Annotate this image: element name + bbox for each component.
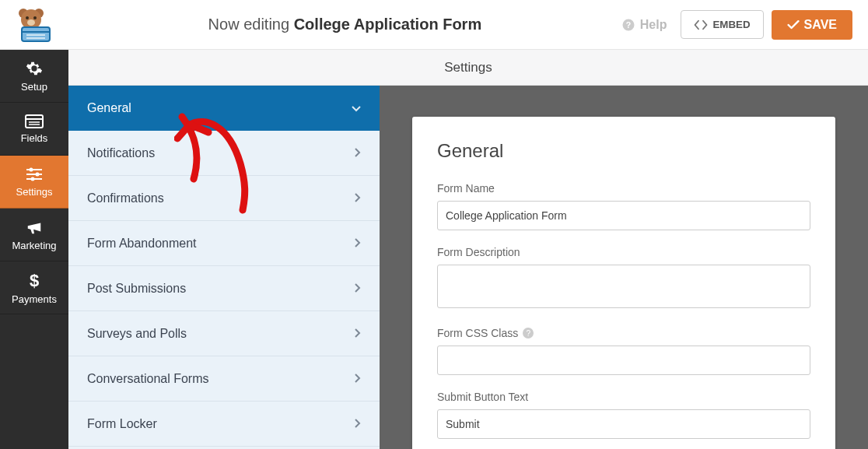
chevron-right-icon [355,191,361,205]
code-icon [694,19,708,30]
vnav-item-settings[interactable]: Settings [0,156,68,209]
app-logo [0,7,68,43]
title-prefix: Now editing [208,16,294,33]
svg-point-4 [33,16,37,19]
help-label: Help [640,18,667,32]
form-name-group: Form Name [437,182,810,230]
help-icon: ? [621,18,635,32]
form-name-input[interactable] [437,201,810,230]
chevron-right-icon [355,372,361,386]
preview-area: General Form Name Form Description Form … [380,86,868,449]
form-css-group: Form CSS Class ? [437,327,810,375]
form-css-label-text: Form CSS Class [437,327,518,339]
settings-item-form-locker[interactable]: Form Locker [68,402,380,447]
vertical-nav: Setup Fields Settings Marketing $ Paymen… [0,50,68,449]
panel-heading: General [437,140,810,162]
settings-item-label: Form Abandonment [87,237,197,251]
settings-item-notifications[interactable]: Notifications [68,131,380,176]
submit-button-text-group: Submit Button Text [437,391,810,439]
settings-item-label: Confirmations [87,191,164,205]
form-description-input[interactable] [437,265,810,308]
settings-item-confirmations[interactable]: Confirmations [68,176,380,221]
settings-item-label: Surveys and Polls [87,327,187,341]
settings-sidebar: General Notifications Confirmations Form… [68,86,380,449]
vnav-item-fields[interactable]: Fields [0,103,68,156]
settings-item-label: Notifications [87,146,155,160]
embed-label: EMBED [712,19,750,30]
page-title: Now editing College Application Form [68,16,621,33]
dollar-icon: $ [28,271,40,289]
top-header: Now editing College Application Form ? H… [0,0,868,50]
embed-button[interactable]: EMBED [681,10,763,39]
vnav-label: Settings [16,186,53,198]
svg-point-5 [27,19,35,26]
gear-icon [26,60,43,77]
form-name-label: Form Name [437,182,810,195]
svg-text:$: $ [30,271,39,289]
settings-item-label: Conversational Forms [87,372,209,386]
help-link[interactable]: ? Help [621,18,667,32]
svg-text:?: ? [626,19,631,29]
submit-button-text-input[interactable] [437,409,810,439]
form-description-group: Form Description [437,246,810,311]
settings-item-label: Post Submissions [87,282,186,296]
form-css-label: Form CSS Class ? [437,327,810,339]
megaphone-icon [26,219,43,236]
form-description-label: Form Description [437,246,810,258]
svg-point-3 [26,16,29,19]
svg-point-21 [31,177,35,181]
vnav-item-setup[interactable]: Setup [0,50,68,103]
chevron-right-icon [355,237,361,251]
save-label: SAVE [804,18,837,32]
settings-item-label: General [87,101,131,115]
vnav-label: Payments [12,293,57,305]
submit-button-text-label: Submit Button Text [437,391,810,403]
settings-item-surveys-polls[interactable]: Surveys and Polls [68,311,380,356]
chevron-right-icon [355,327,361,341]
vnav-item-payments[interactable]: $ Payments [0,261,68,314]
save-button[interactable]: SAVE [772,10,852,40]
form-css-input[interactable] [437,346,810,375]
settings-item-form-abandonment[interactable]: Form Abandonment [68,221,380,266]
vnav-label: Marketing [12,240,56,251]
chevron-down-icon [352,101,361,115]
svg-point-17 [30,167,33,171]
bear-logo-icon [12,7,56,43]
general-settings-panel: General Form Name Form Description Form … [412,117,835,449]
sliders-icon [25,167,44,182]
title-form-name: College Application Form [294,16,482,33]
vnav-item-marketing[interactable]: Marketing [0,209,68,261]
svg-point-19 [36,172,40,176]
chevron-right-icon [355,417,361,431]
vnav-label: Fields [21,132,48,144]
vnav-label: Setup [21,81,47,93]
settings-strip: Settings [68,50,868,86]
fields-icon [25,114,44,128]
settings-item-general[interactable]: General [68,86,380,131]
chevron-right-icon [355,282,361,296]
settings-item-conversational-forms[interactable]: Conversational Forms [68,356,380,402]
settings-item-label: Form Locker [87,417,157,431]
check-icon [787,19,800,30]
settings-strip-title: Settings [444,60,492,75]
svg-rect-12 [26,115,43,128]
help-tooltip-icon[interactable]: ? [523,328,534,339]
chevron-right-icon [355,146,361,160]
settings-item-post-submissions[interactable]: Post Submissions [68,266,380,311]
